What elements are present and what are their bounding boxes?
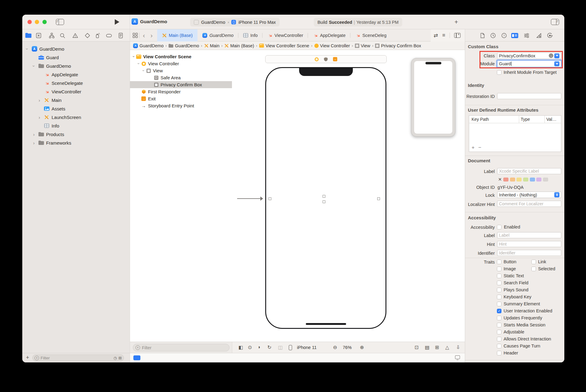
color-swatch-purple[interactable] [536, 178, 541, 182]
embed-in-stack-icon[interactable]: ▤ [425, 344, 429, 350]
size-inspector-icon[interactable] [535, 32, 542, 39]
storyboard-entry-arrow[interactable] [237, 198, 261, 199]
disclosure-chevron-icon[interactable]: › [31, 140, 36, 146]
add-toolbar-button[interactable]: + [453, 18, 460, 26]
disclosure-chevron-icon[interactable]: › [37, 98, 42, 103]
disclosure-chevron-icon[interactable]: › [141, 68, 146, 73]
trait-allows-direct-checkbox[interactable] [497, 337, 501, 341]
outline-row-safe-area[interactable]: Safe Area [130, 74, 232, 81]
trait-search-field-checkbox[interactable] [497, 281, 501, 285]
adjust-editor-options-icon[interactable]: ≡ [442, 32, 445, 38]
inherit-module-checkbox[interactable] [497, 70, 501, 75]
disclosure-chevron-icon[interactable]: › [37, 115, 42, 120]
minimize-window-button[interactable] [35, 20, 39, 24]
breadcrumb-scene[interactable]: View Controller Scene [259, 43, 309, 48]
zoom-window-button[interactable] [42, 20, 47, 24]
trait-updates-frequently-checkbox[interactable] [497, 316, 501, 320]
report-navigator-icon[interactable] [117, 32, 124, 39]
trait-causes-page-turn-checkbox[interactable] [497, 344, 501, 348]
scheme-selector[interactable]: GuardDemo › iPhone 11 Pro Max [190, 18, 280, 27]
outline-row-exit[interactable]: → Exit [130, 95, 232, 102]
add-file-button[interactable]: + [26, 354, 29, 361]
canvas-minimap[interactable] [411, 58, 455, 137]
jump-to-class-icon[interactable]: → [549, 53, 553, 58]
trait-image-checkbox[interactable] [497, 267, 501, 271]
breadcrumb-view[interactable]: View [355, 43, 370, 48]
symbol-navigator-icon[interactable] [48, 32, 55, 39]
navigator-item-viewcontroller[interactable]: ViewController [22, 87, 130, 96]
outline-row-scene[interactable]: › View Controller Scene [130, 53, 232, 60]
remove-attribute-button[interactable]: − [478, 145, 485, 150]
zoom-level[interactable]: 76% [343, 345, 352, 350]
selection-handle-right[interactable] [377, 197, 380, 200]
color-swatch-red[interactable] [503, 178, 508, 182]
breadcrumb-privacy-confirm-box[interactable]: Privacy Confirm Box [375, 43, 421, 48]
color-swatch-gray[interactable] [543, 178, 548, 182]
disclosure-chevron-icon[interactable]: › [25, 46, 30, 51]
restoration-id-field[interactable] [497, 93, 561, 99]
trait-header-checkbox[interactable] [497, 351, 501, 355]
selection-handle-top-center[interactable] [323, 195, 325, 198]
accessibility-preview-icon[interactable]: ⊙ [248, 344, 252, 350]
file-inspector-icon[interactable] [479, 32, 486, 39]
class-field[interactable]: PrivacyConfirmBox → [497, 52, 561, 59]
trait-keyboard-key-checkbox[interactable] [497, 295, 501, 299]
help-inspector-icon[interactable]: ? [500, 32, 508, 39]
navigator-item-launchscreen[interactable]: › LaunchScreen [22, 113, 130, 121]
navigator-item-info-plist[interactable]: Info [22, 121, 130, 130]
back-button[interactable]: ‹ [141, 32, 147, 39]
outline-row-privacy-confirm-box[interactable]: Privacy Confirm Box [130, 81, 232, 88]
disclosure-chevron-icon[interactable]: › [31, 132, 36, 137]
document-label-field[interactable]: Xcode Specific Label [497, 168, 561, 174]
split-view-icon[interactable]: ◫ [278, 344, 283, 350]
trait-link-checkbox[interactable] [531, 260, 536, 264]
source-control-navigator-icon[interactable] [35, 32, 42, 39]
tab-main-base[interactable]: Main (Base) [157, 29, 197, 41]
device-label[interactable]: iPhone 11 [297, 345, 317, 350]
toggle-left-sidebar-icon[interactable]: ••• [56, 19, 64, 25]
view-hierarchy-icon[interactable]: ◧ [238, 344, 243, 350]
breadcrumb-view-controller[interactable]: View Controller [314, 43, 350, 48]
run-button[interactable] [115, 19, 119, 25]
color-swatch-orange[interactable] [510, 178, 515, 182]
selection-handle-left[interactable] [269, 197, 271, 200]
acc-hint-field[interactable]: Hint [497, 241, 561, 247]
trait-button-checkbox[interactable] [497, 260, 501, 264]
add-attribute-button[interactable]: + [472, 145, 478, 150]
navigator-item-scenedelegate[interactable]: SceneDelegate [22, 79, 130, 87]
trait-summary-element-checkbox[interactable] [497, 302, 501, 306]
scheme-target-label[interactable]: GuardDemo [201, 20, 225, 25]
outline-row-view[interactable]: › View [130, 67, 232, 74]
navigator-item-guard-framework[interactable]: Guard [22, 53, 130, 62]
trait-selected-checkbox[interactable] [531, 267, 536, 271]
navigator-item-frameworks[interactable]: › Frameworks [22, 138, 130, 147]
update-frames-icon[interactable]: ⊡ [414, 344, 418, 350]
module-dropdown-icon[interactable] [554, 61, 559, 66]
lock-popup[interactable]: Inherited - (Nothing) [497, 192, 561, 198]
add-constraints-icon[interactable]: △ [445, 344, 449, 350]
localizer-hint-field[interactable]: Comment For Localizer [497, 201, 561, 207]
trait-plays-sound-checkbox[interactable] [497, 288, 501, 292]
tab-scenedelegate[interactable]: SceneDeleg [350, 29, 386, 41]
trait-starts-media-checkbox[interactable] [497, 323, 501, 327]
outline-row-view-controller[interactable]: › View Controller [130, 60, 232, 67]
navigator-item-project-guarddemo[interactable]: › A GuardDemo [22, 45, 130, 53]
disclosure-chevron-icon[interactable]: › [31, 63, 37, 68]
resolve-layout-issues-icon[interactable]: ⇩ [456, 344, 460, 350]
find-navigator-icon[interactable] [59, 32, 66, 39]
view-controller-dock-icon[interactable] [315, 57, 319, 61]
breakpoint-navigator-icon[interactable] [106, 32, 112, 39]
trait-adjustable-checkbox[interactable] [497, 330, 501, 334]
storyboard-canvas[interactable]: → [232, 50, 465, 342]
trait-static-text-checkbox[interactable] [497, 274, 501, 278]
module-field[interactable]: Guard [497, 60, 561, 67]
recent-files-filter-icon[interactable]: ◷ [114, 356, 117, 360]
test-navigator-icon[interactable] [84, 32, 91, 39]
navigator-item-assets[interactable]: Assets [22, 104, 130, 113]
identity-inspector-icon[interactable] [511, 32, 518, 39]
color-swatch-blue[interactable] [530, 178, 535, 182]
acc-label-field[interactable]: Label [497, 232, 561, 238]
device-canvas-view-controller[interactable] [265, 67, 386, 329]
scheme-destination-label[interactable]: iPhone 11 Pro Max [238, 20, 276, 25]
outline-row-entry-point[interactable]: → Storyboard Entry Point [130, 102, 232, 109]
